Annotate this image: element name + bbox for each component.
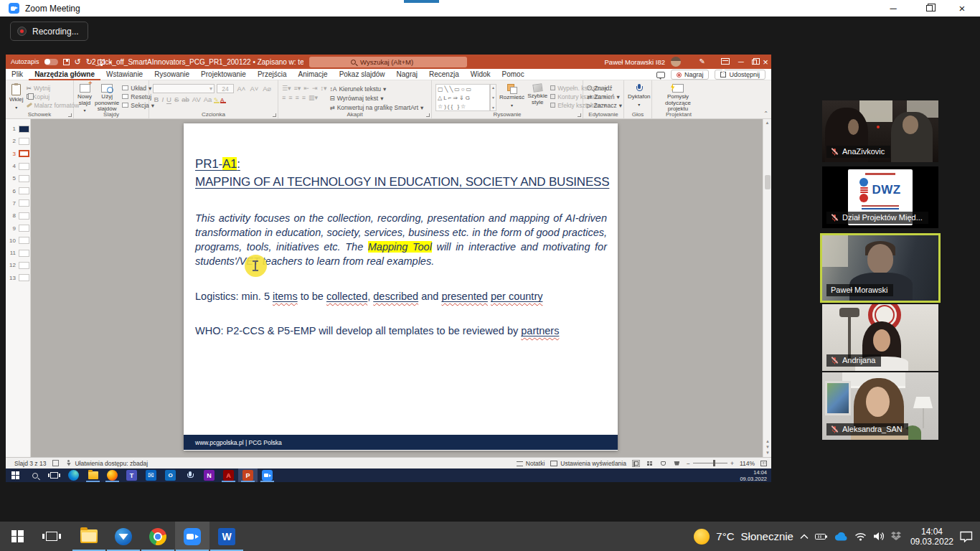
tab-wstawianie[interactable]: Wstawianie (100, 69, 149, 80)
display-settings-button[interactable]: Ustawienia wyświetlania (550, 460, 626, 467)
slide-thumbnail-5[interactable]: 5 (6, 172, 30, 184)
zoom-slider[interactable]: −+ (687, 460, 734, 467)
arrange-button[interactable]: Rozmieść▾ (499, 83, 524, 108)
numbering-icon[interactable]: ≡▾ (294, 85, 301, 92)
indent-increase-icon[interactable]: ⇥ (312, 85, 318, 92)
indent-decrease-icon[interactable]: ⇤ (303, 85, 309, 92)
presenter-taskbar-voice-recorder[interactable] (180, 468, 199, 482)
ppt-close-button[interactable]: × (758, 55, 773, 69)
tab-przejscia[interactable]: Przejścia (252, 69, 293, 80)
design-ideas-button[interactable]: Pomysły dotyczące projektu (656, 83, 700, 113)
presenter-taskbar-zoom[interactable] (258, 468, 277, 482)
save-icon[interactable] (63, 59, 70, 65)
tab-rysowanie[interactable]: Rysowanie (149, 69, 195, 80)
slideshow-view-button[interactable] (673, 460, 681, 467)
justify-icon[interactable]: ≡ (302, 94, 306, 101)
font-size-select[interactable]: 24 (217, 84, 234, 93)
tab-plik[interactable]: Plik (6, 69, 29, 80)
select-button[interactable]: ▷Zaznacz ▾ (587, 101, 622, 109)
pen-icon[interactable]: ✎ (699, 57, 705, 65)
weather-temperature[interactable]: 7°C (716, 530, 734, 542)
start-button[interactable] (0, 522, 34, 551)
notes-button[interactable]: Notatki (517, 460, 545, 467)
presenter-taskbar-outlook[interactable] (161, 468, 180, 482)
dialog-launcher-icon[interactable] (426, 113, 430, 117)
avatar[interactable] (671, 57, 681, 67)
tab-animacje[interactable]: Animacje (292, 69, 333, 80)
slide-thumbnail-9[interactable]: 9 (6, 222, 30, 234)
slide-thumbnail-1[interactable]: 1 (6, 123, 30, 135)
slide-thumbnail-11[interactable]: 11 (6, 247, 30, 259)
action-center-icon[interactable] (960, 531, 973, 542)
slide-thumbnail-12[interactable]: 12 (6, 259, 30, 271)
onedrive-icon[interactable] (834, 532, 848, 541)
bold-button[interactable]: B (153, 95, 160, 103)
taskbar-file-explorer[interactable] (72, 522, 106, 551)
line-spacing-icon[interactable]: ↕▾ (320, 85, 326, 92)
slide-sorter-view-button[interactable] (646, 460, 654, 467)
slide-thumbnail-10[interactable]: 10 (6, 235, 30, 247)
zoom-controls-collapsed-bar[interactable] (404, 0, 439, 3)
zoom-level[interactable]: 114% (740, 460, 755, 467)
tab-nagraj[interactable]: Nagraj (391, 69, 423, 80)
presenter-start-button[interactable] (6, 468, 25, 482)
taskbar-zoom[interactable] (175, 522, 209, 551)
align-left-icon[interactable]: ≡ (282, 94, 286, 101)
slide-thumbnail-3[interactable]: 3 (6, 148, 30, 160)
undo-icon[interactable]: ↺ (75, 58, 81, 66)
dialog-launcher-icon[interactable] (68, 113, 72, 117)
shrink-font-button[interactable]: A˅ (249, 85, 260, 93)
replace-button[interactable]: ⇄Zamień ▾ (587, 93, 622, 100)
presenter-clock[interactable]: 14:04 09.03.2022 (740, 469, 767, 482)
bullets-icon[interactable]: ☰▾ (282, 85, 291, 92)
presenter-taskbar-mail[interactable] (141, 468, 161, 482)
presenter-taskbar-edge[interactable] (64, 468, 83, 482)
presenter-taskbar-teams[interactable] (122, 468, 141, 482)
find-button[interactable]: Znajdź (587, 84, 622, 92)
task-view-button[interactable] (34, 522, 69, 551)
account-name[interactable]: Paweł Morawski I82 (605, 58, 665, 66)
shapes-gallery[interactable]: ▢╲╲▭○▭ △L⌐⇒⇓G ☆)({ }☆ (435, 84, 490, 111)
tab-widok[interactable]: Widok (465, 69, 496, 80)
system-clock[interactable]: 14:04 09.03.2022 (910, 527, 953, 547)
presenter-taskbar-powerpoint[interactable] (238, 468, 258, 482)
scroll-up-icon[interactable]: ▲ (765, 121, 770, 125)
presenter-task-view-button[interactable] (44, 468, 64, 482)
cut-button[interactable]: ✂Wytnij (27, 84, 80, 92)
tab-projektowanie[interactable]: Projektowanie (195, 69, 252, 80)
spellcheck-icon[interactable] (52, 460, 59, 466)
window-minimize-button[interactable]: ─ (882, 0, 904, 17)
participant-tile-dwz[interactable]: DWZ Dział Projektów Międ... (822, 166, 938, 228)
presenter-taskbar-acrobat[interactable] (219, 468, 238, 482)
window-close-button[interactable]: × (951, 0, 973, 17)
participant-tile-anazivkovic[interactable]: AnaZivkovic (822, 100, 938, 162)
normal-view-button[interactable] (632, 460, 640, 467)
shapes-gallery-scroll[interactable]: ▲▼▼ (490, 84, 496, 111)
change-case-button[interactable]: Aa (202, 95, 213, 103)
recording-indicator[interactable]: Recording... (10, 22, 88, 41)
record-button[interactable]: Nagraj (671, 70, 710, 80)
char-spacing-button[interactable]: AV (191, 95, 202, 103)
taskbar-thunderbird[interactable] (106, 522, 141, 551)
paste-button[interactable]: Wklej▾ (9, 83, 24, 110)
window-restore-button[interactable] (918, 0, 940, 17)
participant-tile-aleksandra-san[interactable]: Aleksandra_SAN (822, 372, 938, 440)
slide-thumbnail-6[interactable]: 6 (6, 184, 30, 197)
clear-format-button[interactable]: A⌀ (262, 85, 273, 93)
dialog-launcher-icon[interactable] (578, 113, 581, 117)
scrollbar-thumb[interactable] (765, 175, 771, 189)
vertical-scrollbar[interactable]: ▲ ▲▼▼ (763, 119, 771, 457)
slide-thumbnail-13[interactable]: 13 (6, 272, 30, 284)
font-name-select[interactable]: ▾ (153, 84, 215, 93)
slide-thumbnail-7[interactable]: 7 (6, 197, 30, 209)
presenter-taskbar-firefox[interactable] (103, 468, 122, 482)
weather-description[interactable]: Słonecznie (741, 530, 793, 542)
presenter-taskbar-onenote[interactable] (199, 468, 219, 482)
volume-icon[interactable] (873, 532, 885, 541)
strike-ab-button[interactable]: ab (181, 95, 191, 103)
align-right-icon[interactable]: ≡ (296, 94, 299, 101)
strikethrough-button[interactable]: S (173, 95, 179, 103)
reuse-slides-button[interactable]: Użyj ponownie slajdów (95, 83, 119, 113)
tab-pokaz-slajdow[interactable]: Pokaz slajdów (334, 69, 391, 80)
slide-thumbnail-4[interactable]: 4 (6, 160, 30, 172)
